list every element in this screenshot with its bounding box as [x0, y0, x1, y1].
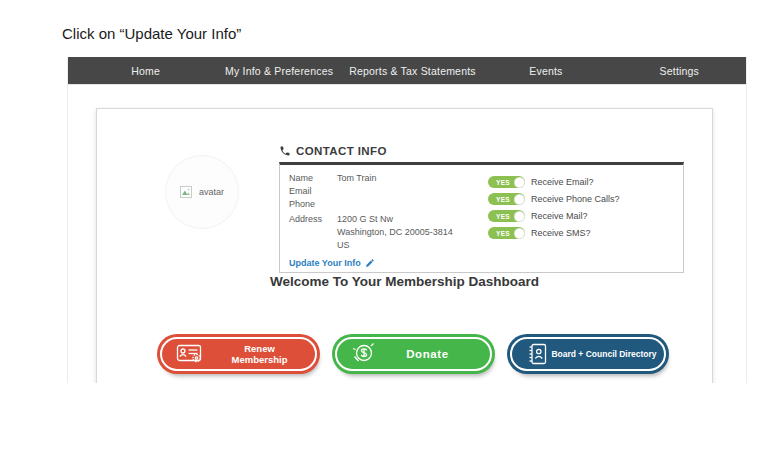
toggle-state: YES: [496, 213, 510, 220]
phone-icon: [279, 145, 291, 157]
pref-label: Receive Mail?: [531, 211, 588, 221]
nav-item-my-info-preferences[interactable]: My Info & Preferences: [212, 65, 345, 77]
renew-membership-button[interactable]: Renew Membership: [160, 337, 317, 371]
nav-item-home[interactable]: Home: [79, 65, 212, 77]
page: Click on “Update Your Info” Home My Info…: [0, 0, 771, 468]
nav-item-settings[interactable]: Settings: [613, 65, 746, 77]
donate-button[interactable]: Donate: [335, 337, 492, 371]
avatar-alt-text: avatar: [199, 187, 224, 197]
dashboard-card: avatar CONTACT INFO Name Tom Train: [96, 108, 713, 383]
contact-field-phone: Phone: [289, 198, 453, 211]
donate-label: Donate: [377, 348, 490, 360]
membership-card-icon: [176, 343, 204, 365]
contact-info-box: Name Tom Train Email Phone Address: [279, 162, 684, 273]
toggle-knob: [514, 228, 525, 239]
pref-row-sms: YES Receive SMS?: [488, 227, 620, 239]
broken-image-icon: [180, 186, 192, 198]
pref-label: Receive Phone Calls?: [531, 194, 620, 204]
field-label: Address: [289, 213, 337, 252]
pref-label: Receive SMS?: [531, 228, 591, 238]
instruction-text: Click on “Update Your Info”: [62, 25, 241, 42]
field-value: Tom Train: [337, 172, 377, 185]
address-line: US: [337, 239, 453, 252]
contact-field-email: Email: [289, 185, 453, 198]
receive-email-toggle[interactable]: YES: [488, 176, 525, 188]
contact-field-address: Address 1200 G St Nw Washington, DC 2000…: [289, 213, 453, 252]
field-value: 1200 G St Nw Washington, DC 20005-3814 U…: [337, 213, 453, 252]
nav-item-events[interactable]: Events: [479, 65, 612, 77]
receive-mail-toggle[interactable]: YES: [488, 210, 525, 222]
field-label: Name: [289, 172, 337, 185]
dashboard-viewport: Home My Info & Preferences Reports & Tax…: [67, 57, 747, 383]
board-council-directory-label: Board + Council Directory: [550, 349, 664, 359]
toggle-state: YES: [496, 230, 510, 237]
pref-row-email: YES Receive Email?: [488, 176, 620, 188]
update-your-info-label: Update Your Info: [289, 258, 361, 268]
receive-phone-calls-toggle[interactable]: YES: [488, 193, 525, 205]
toggle-knob: [514, 194, 525, 205]
pref-label: Receive Email?: [531, 177, 594, 187]
toggle-state: YES: [496, 179, 510, 186]
address-line: 1200 G St Nw: [337, 213, 453, 226]
nav-item-reports-tax-statements[interactable]: Reports & Tax Statements: [346, 65, 479, 77]
pref-row-mail: YES Receive Mail?: [488, 210, 620, 222]
toggle-knob: [514, 177, 525, 188]
contact-info-title: CONTACT INFO: [296, 145, 387, 157]
toggle-state: YES: [496, 196, 510, 203]
pref-row-phone-calls: YES Receive Phone Calls?: [488, 193, 620, 205]
welcome-heading: Welcome To Your Membership Dashboard: [97, 274, 712, 289]
directory-book-icon: [526, 342, 550, 366]
main-navbar: Home My Info & Preferences Reports & Tax…: [68, 57, 746, 84]
field-label: Phone: [289, 198, 337, 211]
contact-fields: Name Tom Train Email Phone Address: [289, 172, 453, 270]
donate-hand-icon: [351, 342, 377, 366]
contact-info-header: CONTACT INFO: [279, 145, 387, 157]
field-label: Email: [289, 185, 337, 198]
renew-membership-label: Renew Membership: [204, 343, 315, 365]
pencil-icon: [365, 258, 375, 268]
update-your-info-link[interactable]: Update Your Info: [289, 258, 375, 268]
address-line: Washington, DC 20005-3814: [337, 226, 453, 239]
toggle-knob: [514, 211, 525, 222]
avatar: avatar: [165, 155, 239, 229]
board-council-directory-button[interactable]: Board + Council Directory: [510, 337, 666, 371]
receive-sms-toggle[interactable]: YES: [488, 227, 525, 239]
contact-field-name: Name Tom Train: [289, 172, 453, 185]
communication-preferences: YES Receive Email? YES Receive Phone Cal…: [488, 176, 620, 244]
